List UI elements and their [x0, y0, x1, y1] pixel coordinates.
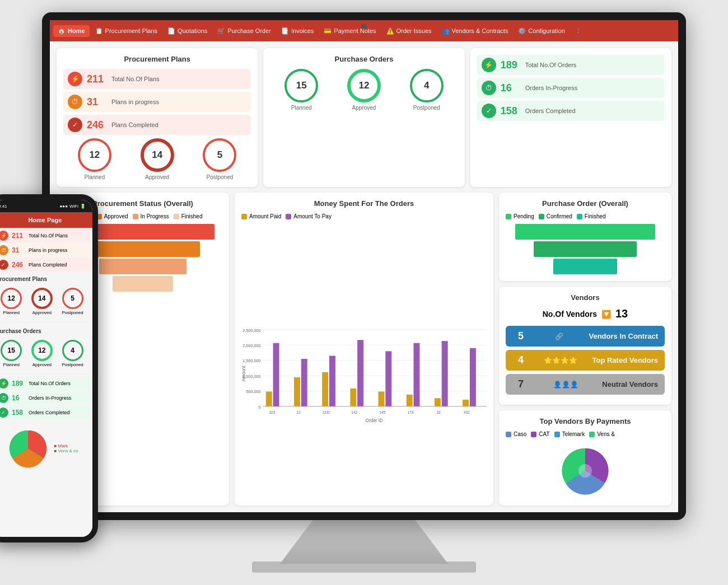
phone-circle-approved-po[interactable]: 12 Approved — [31, 340, 53, 367]
nav-more[interactable]: ⋮ — [571, 25, 586, 37]
legend-pending-dot — [506, 214, 511, 219]
top-vendors-card: Top Vendors By Payments Caso CAT — [499, 410, 671, 506]
circle-postponed-proc[interactable]: 5 Postponed — [203, 138, 236, 180]
order-issues-icon: ⚠️ — [386, 27, 394, 35]
total-orders-row[interactable]: ⚡ 189 Total No.Of Orders — [477, 55, 665, 75]
phone-plans-progress-row[interactable]: ⏱ 31 Plans in progress — [0, 244, 90, 257]
phone-total-plans-row[interactable]: ⚡ 211 Total No.Of Plans — [0, 229, 90, 242]
phone-plans-completed-icon: ✓ — [0, 260, 8, 270]
phone-total-plans-label: Total No.Of Plans — [29, 233, 68, 238]
top-rated-vendors-row[interactable]: 4 ⭐⭐⭐⭐ Top Rated Vendors — [506, 350, 665, 371]
phone-circle-approved[interactable]: 14 Approved — [31, 288, 53, 315]
money-spent-card: Money Spent For The Orders Amount Paid A… — [235, 193, 493, 506]
circle-approved-proc[interactable]: 14 Approved — [141, 138, 174, 180]
nav-procurement-plans[interactable]: 📋 Procurement Plans — [91, 25, 162, 37]
svg-rect-23 — [357, 340, 363, 406]
svg-text:Amount: Amount — [241, 366, 246, 382]
circle-postponed-po-ring: 4 — [410, 69, 444, 102]
phone-page-title: Home Page — [3, 217, 87, 223]
total-plans-label: Total No.Of Plans — [111, 76, 160, 82]
legend-finished: Finished — [174, 213, 203, 219]
svg-text:1231: 1231 — [322, 410, 330, 414]
svg-rect-20 — [329, 356, 335, 406]
phone-circle-approved-po-ring: 12 — [31, 340, 53, 361]
phone-circle-planned-po-ring: 15 — [1, 340, 22, 361]
phone-plans-progress-icon: ⏱ — [0, 245, 8, 255]
total-plans-row[interactable]: ⚡ 211 Total No.Of Plans — [63, 69, 251, 89]
legend-amount-paid: Amount Paid — [241, 213, 281, 219]
phone-orders-completed-num: 158 — [12, 409, 25, 416]
phone-circle-postponed-po[interactable]: 4 Postponed — [62, 340, 83, 367]
purchase-circles: 15 Planned 12 Approved — [270, 69, 458, 111]
phone-plans-completed-label: Plans Completed — [29, 262, 67, 268]
legend-in-progress: In Progress — [133, 213, 169, 219]
phone-plans-progress-label: Plans in progress — [29, 247, 68, 253]
plans-completed-icon: ✓ — [68, 118, 82, 132]
nav-purchase-order[interactable]: 🛒 Purchase Order — [213, 25, 276, 37]
circle-postponed-po[interactable]: 4 Postponed — [410, 69, 444, 111]
nav-configuration[interactable]: ⚙️ Configuration — [514, 25, 569, 37]
phone-circle-postponed[interactable]: 5 Postponed — [62, 288, 83, 315]
phone-orders-progress-label: Orders In-Progress — [29, 395, 72, 401]
plans-completed-row[interactable]: ✓ 246 Plans Completed — [63, 115, 251, 135]
vendors-title: Vendors — [506, 293, 665, 302]
legend-caso-dot — [506, 432, 511, 437]
total-orders-number: 189 — [501, 59, 521, 71]
svg-text:145: 145 — [380, 410, 386, 414]
funnel-bar-confirmed — [534, 241, 637, 257]
phone-pie-svg — [6, 426, 50, 471]
phone-divider-2 — [0, 374, 88, 375]
po-overall-legend: Pending Confirmed Finished — [506, 213, 665, 219]
phone-procurement-plans-title: Procurement Plans — [0, 273, 92, 283]
funnel-bar-pending — [515, 224, 655, 240]
legend-amount-paid-dot — [241, 214, 247, 219]
phone-orders-completed-row[interactable]: ✓ 158 Orders Completed — [0, 406, 90, 419]
neutral-vendors-row[interactable]: 7 👤👤👤 Neutral Vendors — [506, 374, 665, 395]
orders-completed-icon: ✓ — [482, 104, 496, 118]
nav-vendors[interactable]: 👥 Vendors & Contracts — [437, 25, 513, 37]
nav-order-issues[interactable]: ⚠️ Order Issues — [382, 25, 436, 37]
purchase-orders-title: Purchase Orders — [270, 55, 458, 63]
phone-circle-planned[interactable]: 12 Planned — [1, 288, 22, 315]
circle-approved-po[interactable]: 12 Approved — [347, 69, 381, 111]
orders-completed-row[interactable]: ✓ 158 Orders Completed — [477, 101, 665, 121]
circle-planned-po[interactable]: 15 Planned — [284, 69, 318, 111]
funnel-bar-in-progress — [99, 259, 186, 274]
orders-progress-number: 16 — [501, 82, 521, 94]
circle-approved-po-ring: 12 — [347, 69, 381, 102]
orders-progress-row[interactable]: ⏱ 16 Orders In-Progress — [477, 78, 665, 98]
funnel-bar-approved — [86, 241, 200, 257]
neutral-vendors-icon: 👤👤👤 — [529, 381, 602, 389]
svg-rect-25 — [379, 391, 385, 406]
vendors-in-contract-row[interactable]: 5 🔗 Vendors In Contract — [506, 326, 665, 347]
svg-text:Order ID: Order ID — [366, 418, 384, 423]
nav-quotations[interactable]: 📄 Quotations — [163, 25, 212, 37]
phone-total-orders-row[interactable]: ⚡ 189 Total No.Of Orders — [0, 377, 90, 390]
total-plans-number: 211 — [87, 73, 107, 85]
monitor-stand — [280, 519, 448, 564]
phone-circle-postponed-po-ring: 4 — [62, 340, 83, 361]
phone-plans-completed-row[interactable]: ✓ 246 Plans Completed — [0, 258, 90, 272]
legend-in-progress-dot — [133, 214, 138, 219]
phone-circle-planned-po[interactable]: 15 Planned — [1, 340, 22, 367]
phone-pie-area: ■ Mark ■ Vens & co — [0, 420, 92, 476]
phone-device: 9:41 ●●● WiFi 🔋 ‹ Home Page ⚡ — [0, 194, 98, 542]
phone-divider-1 — [0, 322, 88, 322]
vendor-stat: No.Of Vendors 🔽 13 — [506, 307, 665, 320]
phone-total-orders-icon: ⚡ — [0, 378, 8, 389]
procurement-plans-icon: 📋 — [95, 27, 103, 35]
nav-payment-notes[interactable]: 💳 Payment Notes — [319, 25, 380, 37]
phone-total-orders-num: 189 — [12, 380, 25, 387]
phone-content: ‹ Home Page ⚡ 211 Total No.Of Plans ⏱ 31… — [0, 212, 92, 537]
svg-rect-13 — [266, 391, 272, 406]
svg-rect-16 — [294, 377, 300, 406]
circle-planned-proc[interactable]: 12 Planned — [78, 138, 111, 180]
phone-total-orders-label: Total No.Of Orders — [29, 381, 71, 386]
phone-pie-legend: ■ Mark ■ Vens & co — [54, 443, 78, 453]
plans-progress-row[interactable]: ⏱ 31 Plans in progress — [63, 92, 251, 112]
svg-rect-32 — [442, 341, 448, 406]
nav-home[interactable]: 🏠 Home — [53, 25, 90, 37]
plans-progress-label: Plans in progress — [111, 99, 159, 105]
nav-invoices[interactable]: 📑 Invoices — [277, 25, 318, 37]
phone-orders-progress-row[interactable]: ⏱ 16 Orders In-Progress — [0, 391, 90, 405]
